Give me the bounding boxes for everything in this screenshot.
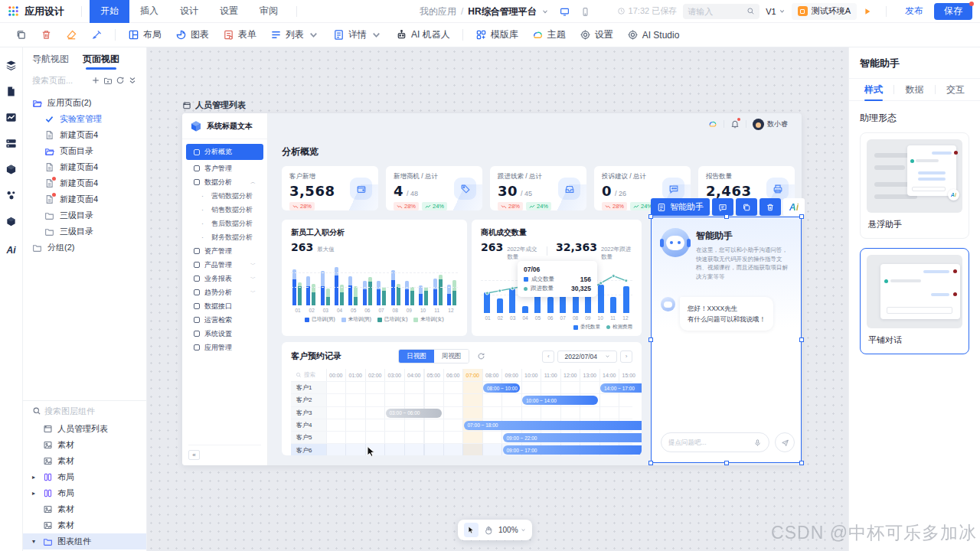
rail-chartline-button[interactable]	[5, 112, 17, 126]
ribbon-clear-button[interactable]	[85, 25, 109, 45]
ribbon-chart-button[interactable]: 图表	[169, 25, 215, 45]
gantt-row[interactable]: 客户407:00 ~ 18:00	[291, 419, 632, 431]
mock-menu-item[interactable]: 数据接口	[186, 299, 263, 313]
tree-item[interactable]: 新建页面4	[23, 191, 146, 207]
menu-tab[interactable]: 设计	[169, 0, 209, 23]
panel-tab-数据[interactable]: 数据	[901, 78, 929, 101]
mobile-view-icon[interactable]	[580, 7, 590, 17]
gantt-row[interactable]: 客户509:00 ~ 22:00	[291, 431, 632, 443]
user-menu[interactable]: 数小睿	[753, 119, 788, 130]
desktop-view-icon[interactable]	[560, 7, 570, 17]
stat-card[interactable]: 跟进线索 / 总计30/ 4528%24%	[490, 166, 586, 210]
gantt-bar[interactable]: 03:00 ~ 06:00	[386, 409, 443, 418]
menu-tab[interactable]: 审阅	[249, 0, 289, 23]
chart-card-deals[interactable]: 商机成交数量 263 2022年成交数量 32,363 2022年跟进数量	[472, 220, 642, 336]
publish-button[interactable]: 发布	[900, 5, 928, 18]
mock-menu-item[interactable]: 财务数据分析	[186, 230, 263, 244]
menu-tab[interactable]: 开始	[90, 0, 129, 23]
ribbon-form-button[interactable]: 表单	[217, 25, 263, 45]
mock-menu-item[interactable]: 资产管理	[186, 244, 263, 258]
refresh-icon[interactable]	[116, 76, 125, 85]
gantt-view-日视图[interactable]: 日视图	[399, 350, 434, 363]
assistant-mode-tiled[interactable]: 平铺对话	[860, 248, 969, 354]
ai-assistant-widget[interactable]: 智能助手 在这里，您可以和小助手沟通问答，快速获取无代码开发的操作指导文档、视频…	[651, 217, 802, 463]
tree-item[interactable]: 页面目录	[23, 143, 146, 159]
ai-button[interactable]: Ai	[783, 198, 805, 216]
gantt-card[interactable]: 客户预约记录 日视图周视图 ‹ 2022/07/04 › 搜索00:0001:0…	[282, 342, 642, 455]
stat-card[interactable]: 客户新增3,56828%	[282, 166, 378, 210]
global-search[interactable]	[683, 4, 760, 19]
menu-tab[interactable]: 插入	[129, 0, 169, 23]
zoom-level[interactable]: 100%	[498, 526, 526, 534]
component-label-button[interactable]: 智能助手	[651, 198, 710, 216]
mock-menu-item[interactable]: 应用管理	[186, 341, 263, 354]
rail-aidark-button[interactable]: Ai	[7, 242, 16, 256]
breadcrumb-parent[interactable]: 我的应用	[420, 5, 456, 18]
mock-menu-item[interactable]: 销售数据分析	[186, 203, 263, 217]
cloud-icon[interactable]	[708, 119, 717, 129]
environment-select[interactable]: 测试环境A	[792, 3, 857, 20]
gantt-row[interactable]: 客户210:00 ~ 14:00	[291, 393, 632, 406]
layer-item[interactable]: 素材	[23, 517, 146, 533]
artboard-label[interactable]: 人员管理列表	[182, 99, 246, 111]
selection-handle[interactable]	[799, 461, 804, 465]
layer-item[interactable]: 素材	[23, 501, 146, 517]
layer-item[interactable]: 素材	[23, 453, 146, 469]
selection-handle[interactable]	[648, 214, 653, 219]
selection-handle[interactable]	[648, 461, 653, 465]
tree-item[interactable]: 新建页面4	[23, 159, 146, 175]
panel-tab-样式[interactable]: 样式	[860, 78, 887, 101]
ribbon-layout-button[interactable]: 布局	[122, 25, 168, 45]
ribbon-ai-studio-button[interactable]: AI Studio	[621, 25, 686, 45]
gantt-bar[interactable]: 09:00 ~ 17:00	[503, 445, 642, 455]
refresh-icon[interactable]	[477, 352, 485, 360]
layer-item[interactable]: 人员管理列表	[23, 421, 146, 437]
pages-search-input[interactable]	[32, 76, 88, 85]
layer-item[interactable]: ▾图表组件	[23, 533, 146, 549]
send-button[interactable]	[775, 432, 795, 452]
assistant-input[interactable]	[661, 432, 769, 452]
date-picker[interactable]: 2022/07/04	[557, 350, 617, 363]
mock-menu-item[interactable]: 系统设置	[186, 327, 263, 341]
tree-item[interactable]: 三级目录	[23, 223, 146, 240]
mock-menu-item[interactable]: 营销数据分析	[186, 189, 263, 203]
assistant-mode-floating[interactable]: Ai 悬浮助手	[860, 132, 969, 239]
panel-tab-交互[interactable]: 交互	[942, 78, 969, 101]
mock-menu-item[interactable]: 售后数据分析	[186, 217, 263, 230]
next-day-button[interactable]: ›	[620, 350, 632, 363]
gantt-bar[interactable]: 08:00 ~ 10:00	[483, 383, 520, 393]
selection-handle[interactable]	[724, 214, 729, 219]
ribbon-ai-robot-button[interactable]: AI 机器人	[390, 25, 456, 45]
select-tool[interactable]	[464, 523, 479, 537]
caret-right-icon[interactable]: ▸	[32, 474, 35, 481]
ribbon-list-button[interactable]: 列表	[264, 25, 325, 45]
rail-page2-button[interactable]	[5, 86, 17, 99]
rail-rows-button[interactable]	[5, 138, 17, 152]
gantt-search-cell[interactable]: 搜索	[291, 369, 326, 381]
prev-day-button[interactable]: ‹	[542, 350, 554, 363]
design-canvas[interactable]: 人员管理列表 系统标题文本 分析概览客户管理数据分析︿营销数据分析销售数据分析售…	[147, 47, 848, 551]
preview-run-button[interactable]	[863, 7, 872, 16]
mock-menu-item[interactable]: 客户管理	[186, 161, 263, 175]
caret-right-icon[interactable]: ▸	[32, 490, 35, 497]
gantt-row[interactable]: 客户108:00 ~ 10:0014:00 ~ 17:00	[291, 381, 632, 393]
comment-button[interactable]	[712, 198, 733, 216]
gantt-bar[interactable]: 14:00 ~ 17:00	[600, 383, 642, 393]
microphone-icon[interactable]	[753, 439, 762, 447]
chevron-down-icon[interactable]	[541, 8, 549, 15]
pages-tab[interactable]: 导航视图	[32, 47, 69, 70]
selection-handle[interactable]	[724, 461, 729, 465]
save-button[interactable]: 保存	[934, 3, 972, 20]
gantt-row[interactable]: 客户609:00 ~ 17:00	[291, 443, 632, 455]
gantt-view-周视图[interactable]: 周视图	[434, 350, 469, 363]
duplicate-button[interactable]	[736, 198, 757, 216]
global-search-input[interactable]	[688, 7, 746, 16]
tree-item[interactable]: 应用页面(2)	[23, 95, 146, 111]
assistant-input-field[interactable]	[668, 439, 753, 446]
ribbon-detail-button[interactable]: 详情	[327, 25, 388, 45]
mock-menu-item[interactable]: 业务报表﹀	[186, 272, 263, 285]
selection-handle[interactable]	[799, 214, 804, 219]
gantt-row[interactable]: 客户303:00 ~ 06:00	[291, 406, 632, 419]
layer-item[interactable]: ▸布局	[23, 469, 146, 485]
tree-item[interactable]: 新建页面4	[23, 175, 146, 191]
